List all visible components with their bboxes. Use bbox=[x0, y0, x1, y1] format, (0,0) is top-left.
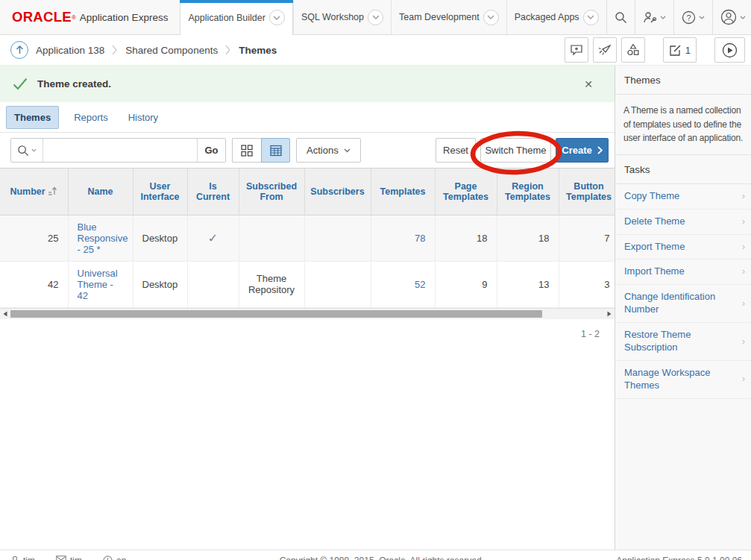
registered-mark: ® bbox=[72, 14, 76, 21]
column-header-subscribers[interactable]: Subscribers bbox=[304, 169, 371, 215]
cell-button-templates: 7 bbox=[559, 215, 615, 261]
scrollbar-thumb[interactable] bbox=[10, 310, 542, 318]
breadcrumb-bar: Application 138 Shared Components Themes… bbox=[0, 35, 751, 66]
search-input[interactable] bbox=[43, 139, 197, 162]
breadcrumb-shared-components[interactable]: Shared Components bbox=[125, 45, 218, 56]
templates-link[interactable]: 52 bbox=[415, 279, 425, 290]
cell-region-templates: 13 bbox=[497, 261, 559, 307]
scroll-left-arrow[interactable] bbox=[0, 309, 10, 319]
subtab-reports[interactable]: Reports bbox=[74, 112, 108, 123]
switch-theme-button[interactable]: Switch Theme bbox=[480, 138, 551, 163]
task-manage-workspace-themes[interactable]: Manage Workspace Themes› bbox=[615, 361, 751, 399]
column-header-region-templates[interactable]: Region Templates bbox=[497, 169, 559, 215]
mail-icon bbox=[56, 556, 66, 560]
reset-button[interactable]: Reset bbox=[436, 138, 476, 163]
chevron-down-icon[interactable] bbox=[269, 10, 285, 25]
column-header-number[interactable]: Number bbox=[0, 169, 68, 215]
search-dropdown-icon[interactable] bbox=[11, 139, 43, 162]
tasks-title: Tasks bbox=[615, 155, 751, 184]
subtab-history[interactable]: History bbox=[128, 112, 158, 123]
footer-language-label: en bbox=[116, 556, 126, 560]
actions-menu-button[interactable]: Actions bbox=[296, 138, 361, 163]
task-copy-theme[interactable]: Copy Theme› bbox=[615, 184, 751, 210]
user-account-icon[interactable] bbox=[712, 0, 751, 34]
close-icon[interactable]: ✕ bbox=[584, 78, 593, 90]
chevron-right-icon: › bbox=[742, 215, 745, 228]
tab-team-development[interactable]: Team Development bbox=[391, 0, 506, 34]
task-label: Export Theme bbox=[624, 241, 742, 254]
subtabs: Themes Reports History bbox=[0, 102, 615, 133]
task-export-theme[interactable]: Export Theme› bbox=[615, 235, 751, 260]
search-icon[interactable] bbox=[606, 0, 635, 34]
cell-page-templates: 9 bbox=[435, 261, 497, 307]
subtab-themes[interactable]: Themes bbox=[6, 106, 59, 129]
column-header-templates[interactable]: Templates bbox=[371, 169, 435, 215]
cell-templates: 78 bbox=[371, 215, 435, 261]
report-view-button[interactable] bbox=[261, 138, 290, 163]
shared-components-button[interactable] bbox=[621, 37, 645, 63]
check-icon: ✓ bbox=[208, 232, 218, 245]
breadcrumb-application[interactable]: Application 138 bbox=[36, 45, 104, 56]
column-header-page-templates[interactable]: Page Templates bbox=[435, 169, 497, 215]
column-header-name[interactable]: Name bbox=[68, 169, 133, 215]
footer-email: tim bbox=[56, 556, 82, 560]
scroll-right-arrow[interactable] bbox=[604, 309, 615, 319]
breadcrumb-separator bbox=[225, 45, 231, 55]
cell-user-interface: Desktop bbox=[133, 261, 187, 307]
right-sidebar: Themes A Theme is a named collection of … bbox=[615, 66, 751, 550]
tab-label: Team Development bbox=[399, 12, 480, 22]
feedback-button[interactable] bbox=[565, 37, 588, 63]
report-toolbar: Go Actions Reset Switch Theme Create bbox=[0, 133, 615, 168]
footer-copyright: Copyright © 1999, 2015, Oracle. All righ… bbox=[147, 556, 616, 560]
breadcrumb-separator bbox=[112, 45, 118, 55]
create-label: Create bbox=[562, 145, 591, 156]
tab-label: Packaged Apps bbox=[515, 12, 579, 22]
edit-page-number: 1 bbox=[685, 45, 691, 56]
create-button[interactable]: Create bbox=[556, 138, 609, 163]
success-message: Theme created. bbox=[37, 78, 111, 89]
column-header-is-current[interactable]: Is Current bbox=[187, 169, 239, 215]
cell-name: Blue Responsive - 25 * bbox=[68, 215, 133, 261]
spotlight-search-button[interactable] bbox=[593, 37, 617, 63]
column-header-button-templates[interactable]: Button Templates bbox=[559, 169, 615, 215]
task-import-theme[interactable]: Import Theme› bbox=[615, 259, 751, 285]
task-delete-theme[interactable]: Delete Theme› bbox=[615, 210, 751, 235]
cell-is-current bbox=[187, 261, 239, 307]
cell-number: 25 bbox=[0, 215, 68, 261]
chevron-down-icon[interactable] bbox=[483, 10, 499, 25]
chevron-down-icon[interactable] bbox=[583, 10, 599, 25]
theme-link[interactable]: Blue Responsive - 25 * bbox=[78, 221, 128, 255]
chevron-right-icon: › bbox=[742, 190, 745, 203]
product-name: Application Express bbox=[80, 12, 169, 23]
tab-application-builder[interactable]: Application Builder bbox=[180, 0, 293, 35]
sort-ascending-icon bbox=[48, 186, 57, 195]
cell-name: Universal Theme - 42 bbox=[68, 261, 133, 307]
column-header-user-interface[interactable]: User Interface bbox=[133, 169, 187, 215]
horizontal-scrollbar[interactable] bbox=[0, 309, 615, 319]
tab-sql-workshop[interactable]: SQL Workshop bbox=[293, 0, 391, 34]
cell-page-templates: 18 bbox=[435, 215, 497, 261]
templates-link[interactable]: 78 bbox=[415, 233, 425, 244]
chevron-down-icon[interactable] bbox=[368, 10, 383, 25]
up-arrow-icon[interactable] bbox=[10, 41, 28, 59]
go-button[interactable]: Go bbox=[197, 139, 225, 162]
run-application-button[interactable] bbox=[714, 37, 745, 63]
cell-subscribed-from bbox=[239, 215, 304, 261]
tab-packaged-apps[interactable]: Packaged Apps bbox=[506, 0, 606, 34]
table-row: 42 Universal Theme - 42 Desktop Theme Re… bbox=[0, 261, 615, 307]
cell-user-interface: Desktop bbox=[133, 215, 187, 261]
administration-icon[interactable] bbox=[635, 0, 673, 34]
theme-link[interactable]: Universal Theme - 42 bbox=[78, 268, 118, 301]
column-header-subscribed-from[interactable]: Subscribed From bbox=[239, 169, 304, 215]
footer-user-label: tim bbox=[23, 556, 35, 560]
task-restore-theme-subscription[interactable]: Restore Theme Subscription› bbox=[615, 323, 751, 361]
cell-subscribers bbox=[304, 261, 371, 307]
task-label: Import Theme bbox=[624, 265, 742, 278]
help-icon[interactable]: ? bbox=[673, 0, 712, 34]
icon-view-button[interactable] bbox=[232, 138, 261, 163]
page-footer: tim tim en Copyright © 1999, 2015, Oracl… bbox=[0, 550, 751, 560]
oracle-logo[interactable]: ORACLE® Application Express bbox=[0, 0, 180, 34]
edit-page-button[interactable]: 1 bbox=[663, 37, 697, 63]
task-change-identification-number[interactable]: Change Identification Number› bbox=[615, 285, 751, 323]
cell-number: 42 bbox=[0, 261, 68, 307]
